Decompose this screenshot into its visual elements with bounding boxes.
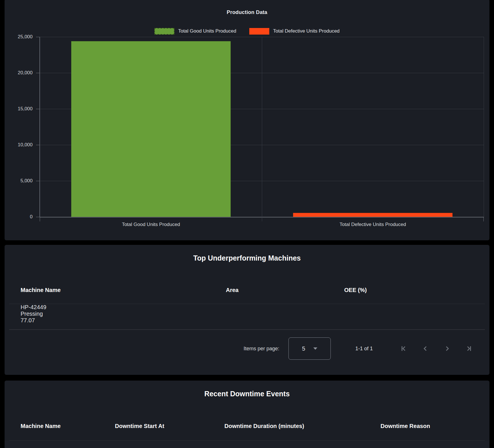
y-tick-mark: [36, 73, 39, 73]
x-category-label: Total Good Units Produced: [122, 222, 180, 227]
legend-swatch-icon: [154, 28, 174, 35]
table-cell: HP-42449: [21, 304, 478, 311]
column-header: Machine Name: [21, 423, 115, 429]
column-header: Downtime Reason: [381, 423, 478, 429]
downtime-table-header-row: Machine NameDowntime Start AtDowntime Du…: [21, 412, 478, 440]
bar-good-units[interactable]: [71, 41, 231, 217]
x-tick-mark: [483, 217, 484, 221]
legend-label: Total Good Units Produced: [178, 28, 236, 34]
caret-down-icon: [313, 347, 317, 350]
y-tick-label: 25,000: [18, 34, 33, 40]
previous-page-button[interactable]: [421, 344, 430, 353]
x-tick-mark: [40, 217, 40, 221]
last-page-button[interactable]: [464, 344, 473, 353]
chevron-left-icon: [421, 345, 429, 353]
y-tick-mark: [36, 109, 39, 109]
bar-defective-units[interactable]: [293, 213, 453, 217]
x-gridline: [262, 37, 262, 221]
downtime-card-title: Recent Downtime Events: [5, 390, 489, 398]
column-header: Machine Name: [21, 287, 226, 293]
plot-area: 05,00010,00015,00020,00025,000Total Good…: [39, 37, 484, 217]
column-header: Area: [226, 287, 344, 293]
last-page-icon: [465, 345, 473, 353]
y-tick-label: 5,000: [20, 178, 33, 184]
legend-swatch-icon: [249, 28, 269, 35]
downtime-events-card: Recent Downtime Events Machine NameDownt…: [5, 381, 489, 448]
machines-table-header-row: Machine NameAreaOEE (%): [21, 276, 478, 304]
chevron-right-icon: [443, 345, 451, 353]
items-per-page-label: Items per page:: [244, 346, 279, 352]
x-category-label: Total Defective Units Produced: [340, 222, 406, 227]
legend-item[interactable]: Total Defective Units Produced: [249, 28, 339, 35]
y-tick-label: 10,000: [18, 142, 33, 148]
production-chart-card: Production Data Total Good Units Produce…: [5, 0, 489, 240]
y-tick-mark: [36, 181, 39, 181]
y-tick-label: 0: [30, 214, 33, 220]
chart-title: Production Data: [5, 9, 489, 15]
y-tick-mark: [36, 37, 39, 37]
column-header: Downtime Start At: [115, 423, 224, 429]
machines-table-body: HP-42449Pressing77.07: [5, 304, 489, 329]
table-cell: 77.07: [21, 317, 478, 324]
y-tick-mark: [36, 145, 39, 145]
downtime-table-row-area: [5, 441, 489, 448]
items-per-page-select[interactable]: 5: [288, 337, 331, 360]
first-page-icon: [400, 345, 408, 353]
next-page-button[interactable]: [443, 344, 452, 353]
first-page-button[interactable]: [399, 344, 408, 353]
underperforming-card-title: Top Underperforming Machines: [5, 254, 489, 262]
items-per-page-value: 5: [302, 345, 305, 352]
chart-legend: Total Good Units ProducedTotal Defective…: [5, 27, 489, 35]
column-header: OEE (%): [344, 287, 478, 293]
column-header: Downtime Duration (minutes): [224, 423, 381, 429]
legend-item[interactable]: Total Good Units Produced: [154, 28, 236, 35]
table-cell: Pressing: [21, 311, 478, 317]
paginator-range-label: 1-1 of 1: [355, 346, 373, 352]
table-paginator: Items per page: 5 1-1 of 1: [9, 329, 485, 368]
underperforming-machines-card: Top Underperforming Machines Machine Nam…: [5, 245, 489, 375]
table-row: HP-42449Pressing77.07: [21, 304, 478, 324]
y-tick-label: 15,000: [18, 106, 33, 112]
y-tick-label: 20,000: [18, 70, 33, 76]
y-tick-mark: [36, 217, 39, 217]
legend-label: Total Defective Units Produced: [273, 28, 339, 34]
